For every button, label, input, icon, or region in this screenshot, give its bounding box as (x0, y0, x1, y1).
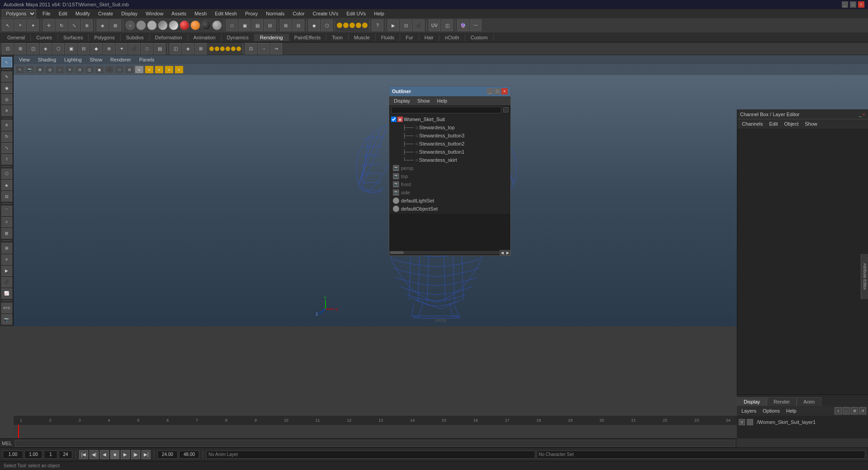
outliner-menu-help[interactable]: Help (434, 97, 450, 104)
outliner-scroll-right[interactable]: ▶ (505, 250, 510, 255)
snapshot-btn[interactable]: □ (226, 19, 238, 31)
render-btn[interactable]: ▶ (387, 19, 399, 31)
vp-shad5-btn[interactable]: ● (175, 66, 184, 74)
vp-grid-btn[interactable]: ⊞ (35, 66, 44, 74)
menu-modify[interactable]: Modify (72, 10, 94, 17)
light-grey-sphere[interactable] (212, 20, 222, 30)
grid-view-btn[interactable]: ⊞ (1, 243, 12, 253)
vp-smooth-btn[interactable]: ◎ (45, 66, 54, 74)
menu-create[interactable]: Create (94, 10, 117, 17)
rotate-left-btn[interactable]: ↻ (1, 132, 12, 142)
outliner-item-button2[interactable]: ├── ○ Stewardess_button2 (389, 140, 510, 148)
vp-menu-renderer[interactable]: Renderer (107, 56, 135, 63)
menu-normals[interactable]: Normals (262, 10, 288, 17)
outliner-item-button1[interactable]: ├── ○ Stewardess_button1 (389, 148, 510, 156)
graph-btn[interactable]: 📈 (1, 288, 12, 299)
layer-refresh-btn[interactable]: ↺ (859, 407, 866, 414)
shelf-btn-extra2[interactable]: → (258, 43, 269, 55)
tab-muscle[interactable]: Muscle (349, 34, 376, 41)
axes-btn[interactable]: XYZ (1, 303, 12, 313)
outliner-minimize[interactable]: _ (487, 88, 493, 94)
layer-row-women-skirt-suit[interactable]: V /Women_Skirt_Suit_layer1 (739, 418, 866, 427)
layer-tab-display[interactable]: Display (737, 397, 767, 406)
shelf-btn4[interactable]: ◈ (40, 43, 52, 55)
tab-general[interactable]: General (2, 34, 31, 41)
shear-btn[interactable]: ⌇ (1, 154, 12, 164)
vp-wire-btn[interactable]: ○ (55, 66, 64, 74)
tab-toon[interactable]: Toon (326, 34, 349, 41)
timeline-bar[interactable] (14, 425, 737, 438)
shelf-btn5[interactable]: ⬡ (52, 43, 64, 55)
curve3-btn[interactable]: ⌘ (1, 228, 12, 239)
tab-surfaces[interactable]: Surfaces (58, 34, 89, 41)
vp-shad2-btn[interactable]: ● (145, 66, 154, 74)
vp-cam-btn[interactable]: 📷 (25, 66, 34, 74)
layer-new-btn[interactable]: + (835, 407, 842, 414)
shelf-btn7[interactable]: ⊟ (78, 43, 90, 55)
go-to-end-btn[interactable]: ▶| (142, 450, 151, 459)
timeline-playhead[interactable] (18, 425, 19, 438)
outliner-scrollbar-h[interactable]: ◀ ▶ (389, 250, 510, 255)
menu-proxy[interactable]: Proxy (241, 10, 261, 17)
outliner-item-skirt[interactable]: └── ○ Stewardess_skirt (389, 156, 510, 164)
menu-edit[interactable]: Edit (55, 10, 71, 17)
question-btn[interactable]: ? (372, 19, 383, 31)
tab-subdivs[interactable]: Subdivs (121, 34, 150, 41)
anim-layer-selector[interactable]: No Anim Layer (206, 451, 535, 459)
dark-sphere[interactable] (201, 20, 211, 30)
menu-color[interactable]: Color (289, 10, 308, 17)
paint-tool-btn[interactable]: ✎ (1, 71, 12, 82)
snapshot3-btn[interactable]: ▤ (251, 19, 263, 31)
timeline-end-field[interactable]: 24 (59, 451, 72, 459)
outliner-item-women-skirt-suit[interactable]: Women_Skirt_Suit (404, 117, 445, 122)
render2-btn[interactable]: ⊡ (400, 19, 412, 31)
outliner-item-top-cam[interactable]: 📷 top (389, 172, 510, 180)
uv2-btn[interactable]: ◫ (441, 19, 453, 31)
shelf-btn3[interactable]: ◫ (27, 43, 39, 55)
menu-create-uvs[interactable]: Create UVs (309, 10, 342, 17)
smooth-sphere[interactable] (147, 20, 157, 30)
mel-input-area[interactable] (15, 440, 735, 447)
shelf-btn-extra1[interactable]: ⊡ (245, 43, 257, 55)
vp-shad1-btn[interactable]: ● (135, 66, 144, 74)
vp-x-btn[interactable]: ✕ (65, 66, 74, 74)
wireframe-sphere[interactable]: ○ (125, 20, 135, 30)
tab-rendering[interactable]: Rendering (255, 34, 289, 41)
timeline-start-field[interactable]: 1.00 (24, 451, 42, 459)
minimize-button[interactable]: _ (842, 1, 848, 8)
bridge-btn[interactable]: ⊟ (1, 191, 12, 202)
shelf-btn8[interactable]: ◆ (90, 43, 102, 55)
outliner-scroll-thumb[interactable] (390, 251, 404, 254)
cb-close-btn[interactable]: × (863, 112, 865, 117)
misc-btn1[interactable]: 🔮 (457, 19, 469, 31)
range-start-field[interactable]: 24.00 (157, 451, 178, 459)
range-end-field[interactable]: 48.00 (179, 451, 199, 459)
tab-painteffects[interactable]: PaintEffects (289, 34, 327, 41)
snapshot2-btn[interactable]: ▣ (239, 19, 250, 31)
menu-display[interactable]: Display (118, 10, 141, 17)
tab-curves[interactable]: Curves (31, 34, 58, 41)
paint-select-tool[interactable]: ✦ (27, 19, 39, 31)
shelf-btn9[interactable]: ⊕ (103, 43, 115, 55)
anim2-btn[interactable]: ⬡ (321, 19, 333, 31)
tab-ncloth[interactable]: nCloth (439, 34, 465, 41)
outliner-root-checkbox[interactable] (391, 117, 396, 122)
shelf-display2[interactable]: ◈ (182, 43, 194, 55)
move-left-btn[interactable]: ✛ (1, 120, 12, 130)
shelf-display3[interactable]: ⊞ (195, 43, 207, 55)
vp-menu-view[interactable]: View (15, 56, 33, 63)
outliner-menu-show[interactable]: Show (415, 97, 433, 104)
curve2-btn[interactable]: ⌗ (1, 217, 12, 227)
le-menu-help[interactable]: Help (783, 407, 799, 414)
shelf-btn-extra3[interactable]: ⇒ (270, 43, 282, 55)
scale-tool[interactable]: ⤡ (68, 19, 80, 31)
shelf-btn1[interactable]: ⊡ (2, 43, 14, 55)
current-time-field[interactable]: 1.00 (3, 451, 23, 459)
key-field[interactable]: 1 (44, 451, 57, 459)
outliner-item-light-set[interactable]: defaultLightSet (389, 197, 510, 205)
outliner-item-button3[interactable]: ├── ○ Stewardess_button3 (389, 132, 510, 140)
snapshot4-btn[interactable]: ⊟ (264, 19, 276, 31)
hypershade-btn[interactable]: ⬛ (1, 277, 12, 287)
camera-btn[interactable]: 📷 (1, 314, 12, 324)
play-back-btn[interactable]: ◀ (100, 450, 109, 459)
